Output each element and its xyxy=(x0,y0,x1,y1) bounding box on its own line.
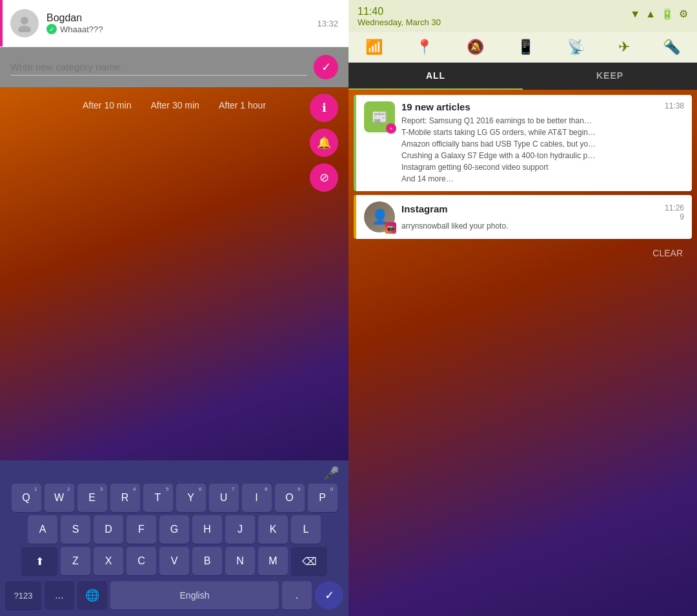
wifi-quick-icon[interactable]: 📶 xyxy=(365,39,383,56)
feedly-line-6: And 14 more… xyxy=(401,173,684,185)
sound-quick-icon[interactable]: 🔕 xyxy=(467,39,484,56)
bluetooth-quick-icon[interactable]: 📡 xyxy=(567,39,585,56)
notification-message: ✓ Whaaat??? xyxy=(46,24,309,34)
key-p[interactable]: P0 xyxy=(308,484,338,512)
right-panel: 11:40 Wednesday, March 30 ▼ ▲ 🔋 ⚙ 📶 📍 🔕 … xyxy=(348,0,697,616)
key-x[interactable]: X xyxy=(94,547,123,575)
key-z[interactable]: Z xyxy=(61,547,90,575)
key-s[interactable]: S xyxy=(61,515,90,544)
notification-time: 13:32 xyxy=(317,19,338,28)
quick-settings-bar: 📶 📍 🔕 📱 📡 ✈ 🔦 xyxy=(348,32,697,63)
notification-content: Bogdan ✓ Whaaat??? xyxy=(46,12,309,34)
key-k[interactable]: K xyxy=(258,515,288,544)
feedly-line-4: Crushing a Galaxy S7 Edge with a 400-ton… xyxy=(401,150,684,161)
key-m[interactable]: M xyxy=(258,547,288,575)
period-key[interactable]: . xyxy=(282,581,312,610)
block-button[interactable]: ⊘ xyxy=(310,163,338,192)
space-key[interactable]: English xyxy=(110,581,279,610)
feedly-icon: 📰 + xyxy=(364,101,395,132)
location-quick-icon[interactable]: 📍 xyxy=(416,39,433,56)
instagram-title: Instagram xyxy=(401,203,448,221)
mic-icon[interactable]: 🎤 xyxy=(323,466,339,481)
snooze-10min[interactable]: After 10 min xyxy=(83,100,131,110)
feedly-line-2: T-Mobile starts taking LG G5 orders, whi… xyxy=(401,127,684,138)
keyboard-enter-key[interactable]: ✓ xyxy=(315,581,343,610)
svg-point-0 xyxy=(21,17,28,25)
tab-keep[interactable]: KEEP xyxy=(523,63,697,90)
instagram-content: Instagram 11:26 9 arrynsnowball liked yo… xyxy=(401,203,684,231)
key-123[interactable]: ?123 xyxy=(5,581,41,610)
shift-key[interactable]: ⬆ xyxy=(21,547,57,575)
keyboard-row-1: Q1 W2 E3 R4 T5 Y6 U7 I8 O9 P0 xyxy=(3,484,346,512)
clear-button[interactable]: CLEAR xyxy=(354,243,692,263)
feedly-title-row: 19 new articles 11:38 xyxy=(401,101,684,112)
key-h[interactable]: H xyxy=(192,515,222,544)
key-t[interactable]: T5 xyxy=(143,484,173,512)
tab-all[interactable]: ALL xyxy=(348,63,523,90)
snooze-1hour[interactable]: After 1 hour xyxy=(219,100,266,110)
status-date: Wednesday, March 30 xyxy=(358,17,441,27)
key-r[interactable]: R4 xyxy=(110,484,140,512)
globe-key[interactable]: 🌐 xyxy=(77,581,107,610)
key-d[interactable]: D xyxy=(94,515,123,544)
pink-accent-bar xyxy=(0,0,3,46)
snooze-30min[interactable]: After 30 min xyxy=(150,100,199,110)
battery-status-icon: 🔋 xyxy=(661,8,674,20)
keyboard-row-3: ⬆ Z X C V B N M ⌫ xyxy=(3,547,346,575)
notification-tabs: ALL KEEP xyxy=(348,63,697,90)
status-time-date: 11:40 Wednesday, March 30 xyxy=(358,5,441,27)
settings-status-icon[interactable]: ⚙ xyxy=(679,8,688,20)
instagram-time: 11:26 xyxy=(665,203,684,212)
avatar xyxy=(10,9,39,37)
instagram-avatar-container: 👤 📷 xyxy=(364,201,395,232)
instagram-description: arrynsnowball liked your photo. xyxy=(401,221,684,231)
key-b[interactable]: B xyxy=(192,547,222,575)
feedly-content: 19 new articles 11:38 Report: Samsung Q1… xyxy=(401,101,684,185)
status-icons: ▼ ▲ 🔋 ⚙ xyxy=(630,8,688,20)
tablet-quick-icon[interactable]: 📱 xyxy=(517,39,534,56)
backspace-key[interactable]: ⌫ xyxy=(291,547,327,575)
status-time: 11:40 xyxy=(358,5,441,17)
feedly-header: 📰 + 19 new articles 11:38 Report: Samsun… xyxy=(364,101,684,185)
category-input-area: ✓ xyxy=(0,47,348,87)
feedly-time: 11:38 xyxy=(665,101,684,112)
flashlight-quick-icon[interactable]: 🔦 xyxy=(663,39,680,56)
key-dots[interactable]: ... xyxy=(45,581,74,610)
key-v[interactable]: V xyxy=(159,547,189,575)
key-w[interactable]: W2 xyxy=(45,484,74,512)
feedly-badge: + xyxy=(386,123,396,134)
key-a[interactable]: A xyxy=(28,515,57,544)
key-o[interactable]: O9 xyxy=(275,484,305,512)
key-q[interactable]: Q1 xyxy=(12,484,41,512)
feedly-line-5: Instagram getting 60-second video suppor… xyxy=(401,161,684,173)
feedly-lines: Report: Samsung Q1 2016 earnings to be b… xyxy=(401,115,684,185)
snooze-options: After 10 min After 30 min After 1 hour xyxy=(0,87,348,123)
category-confirm-button[interactable]: ✓ xyxy=(314,55,338,79)
feedly-title: 19 new articles xyxy=(401,101,470,112)
key-n[interactable]: N xyxy=(225,547,255,575)
sender-name: Bogdan xyxy=(46,12,309,24)
instagram-time-count: 11:26 9 xyxy=(665,203,684,221)
key-g[interactable]: G xyxy=(159,515,189,544)
key-j[interactable]: J xyxy=(225,515,255,544)
key-y[interactable]: Y6 xyxy=(176,484,206,512)
bell-button[interactable]: 🔔 xyxy=(310,128,338,157)
instagram-header: Instagram 11:26 9 xyxy=(401,203,684,221)
wifi-status-icon: ▼ xyxy=(630,8,640,20)
svg-point-1 xyxy=(18,26,31,32)
feedly-notification: 📰 + 19 new articles 11:38 Report: Samsun… xyxy=(354,95,692,191)
feedly-line-1: Report: Samsung Q1 2016 earnings to be b… xyxy=(401,115,684,127)
key-e[interactable]: E3 xyxy=(77,484,107,512)
airplane-quick-icon[interactable]: ✈ xyxy=(618,39,630,56)
blurred-background: ℹ 🔔 ⊘ After 10 min After 30 min After 1 … xyxy=(0,87,348,460)
key-l[interactable]: L xyxy=(291,515,321,544)
category-input[interactable] xyxy=(10,59,307,76)
instagram-icon: 📷 xyxy=(385,222,396,234)
key-i[interactable]: I8 xyxy=(242,484,272,512)
key-c[interactable]: C xyxy=(126,547,156,575)
signal-status-icon: ▲ xyxy=(645,8,656,20)
key-u[interactable]: U7 xyxy=(209,484,239,512)
keyboard-row-2: A S D F G H J K L xyxy=(3,515,346,544)
keyboard-bottom-row: ?123 ... 🌐 English . ✓ xyxy=(3,579,346,613)
key-f[interactable]: F xyxy=(126,515,156,544)
